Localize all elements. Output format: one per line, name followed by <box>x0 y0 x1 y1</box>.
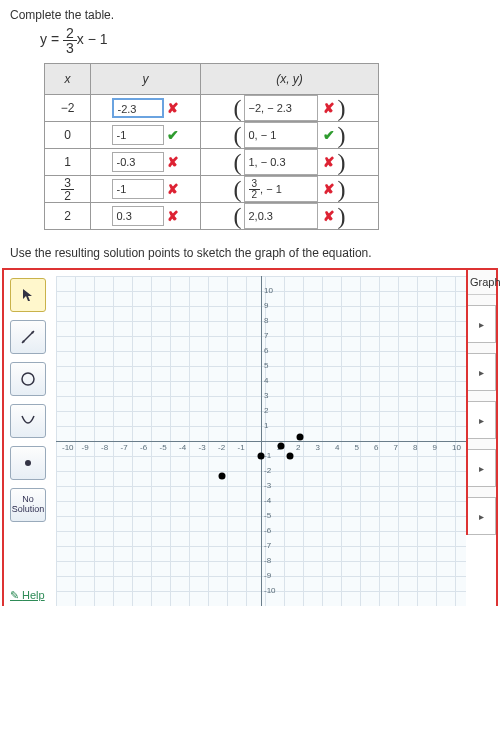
eq-num: 2 <box>63 26 77 41</box>
x-frac-num: 3 <box>61 177 74 190</box>
xy-frac-num: 3 <box>249 179 261 190</box>
paren-icon: ) <box>338 96 346 120</box>
wrong-icon: ✘ <box>166 154 180 170</box>
x-cell: 2 <box>45 203 91 230</box>
y-input[interactable]: 0.3 <box>112 206 164 226</box>
table-row: 2 0.3✘ (2,0.3✘) <box>45 203 379 230</box>
header-xy: (x, y) <box>201 64 379 95</box>
eq-rest: x − 1 <box>77 31 108 47</box>
table-row: 0 -1✔ (0, − 1✔) <box>45 122 379 149</box>
circle-tool[interactable] <box>10 362 46 396</box>
side-button[interactable]: ▸ <box>468 449 496 487</box>
x-cell: −2 <box>45 95 91 122</box>
curve-tool[interactable] <box>10 404 46 438</box>
wrong-icon: ✘ <box>166 100 180 116</box>
side-button[interactable]: ▸ <box>468 497 496 535</box>
side-button[interactable]: ▸ <box>468 305 496 343</box>
plot-point[interactable] <box>277 442 284 449</box>
xy-input[interactable]: −2, − 2.3 <box>244 95 318 121</box>
correct-icon: ✔ <box>166 127 180 143</box>
wrong-icon: ✘ <box>322 100 336 116</box>
x-cell: 1 <box>45 149 91 176</box>
pointer-tool[interactable] <box>10 278 46 312</box>
svg-point-4 <box>25 460 31 466</box>
header-y: y <box>91 64 201 95</box>
xy-input[interactable]: 0, − 1 <box>244 122 318 148</box>
xy-input[interactable]: 1, − 0.3 <box>244 149 318 175</box>
y-input[interactable]: -1 <box>112 179 164 199</box>
prompt-complete-table: Complete the table. <box>0 0 500 26</box>
no-solution-tool[interactable]: No Solution <box>10 488 46 522</box>
help-link[interactable]: ✎ Help <box>10 589 45 602</box>
wrong-icon: ✘ <box>322 208 336 224</box>
header-x: x <box>45 64 91 95</box>
side-button[interactable]: ▸ <box>468 401 496 439</box>
correct-icon: ✔ <box>322 127 336 143</box>
plot-point[interactable] <box>219 472 226 479</box>
graph-panel: No Solution -10-9-8-7-6-5-4-3-2-11234567… <box>2 268 498 606</box>
side-button[interactable]: ▸ <box>468 353 496 391</box>
side-panel: Graph ▸ ▸ ▸ ▸ ▸ <box>466 270 496 535</box>
wrong-icon: ✘ <box>166 208 180 224</box>
side-header: Graph <box>468 270 496 295</box>
table-row: −2 -2.3✘ (−2, − 2.3✘) <box>45 95 379 122</box>
x-cell: 0 <box>45 122 91 149</box>
equation: y = 23x − 1 <box>0 26 500 63</box>
paren-icon: ( <box>234 123 242 147</box>
xy-frac-den: 2 <box>249 190 261 200</box>
svg-point-3 <box>22 373 34 385</box>
plot-point[interactable] <box>287 453 294 460</box>
paren-icon: ( <box>234 204 242 228</box>
xy-input[interactable]: 32, − 1 <box>244 176 318 202</box>
line-tool[interactable] <box>10 320 46 354</box>
paren-icon: ( <box>234 177 242 201</box>
wrong-icon: ✘ <box>166 181 180 197</box>
xy-rest: , − 1 <box>260 183 282 195</box>
paren-icon: ) <box>338 123 346 147</box>
paren-icon: ) <box>338 204 346 228</box>
paren-icon: ) <box>338 177 346 201</box>
help-label: Help <box>22 589 45 601</box>
solution-table: x y (x, y) −2 -2.3✘ (−2, − 2.3✘) 0 -1✔ (… <box>44 63 379 230</box>
eq-den: 3 <box>63 41 77 55</box>
x-cell: 32 <box>45 176 91 203</box>
wrong-icon: ✘ <box>322 154 336 170</box>
graph-toolbar: No Solution <box>4 270 56 522</box>
xy-input[interactable]: 2,0.3 <box>244 203 318 229</box>
y-axis <box>261 276 262 606</box>
point-tool[interactable] <box>10 446 46 480</box>
y-input[interactable]: -1 <box>112 125 164 145</box>
wrong-icon: ✘ <box>322 181 336 197</box>
plot-point[interactable] <box>258 453 265 460</box>
y-input[interactable]: -2.3 <box>112 98 164 118</box>
x-frac-den: 2 <box>61 190 74 202</box>
table-row: 32 -1✘ (32, − 1✘) <box>45 176 379 203</box>
y-input[interactable]: -0.3 <box>112 152 164 172</box>
paren-icon: ) <box>338 150 346 174</box>
eq-lhs: y = <box>40 31 63 47</box>
eq-fraction: 23 <box>63 26 77 55</box>
plot-point[interactable] <box>297 433 304 440</box>
table-row: 1 -0.3✘ (1, − 0.3✘) <box>45 149 379 176</box>
graph-canvas[interactable]: -10-9-8-7-6-5-4-3-2-112345678910-10-9-8-… <box>56 276 466 606</box>
prompt-sketch-graph: Use the resulting solution points to ske… <box>0 242 500 268</box>
paren-icon: ( <box>234 150 242 174</box>
paren-icon: ( <box>234 96 242 120</box>
